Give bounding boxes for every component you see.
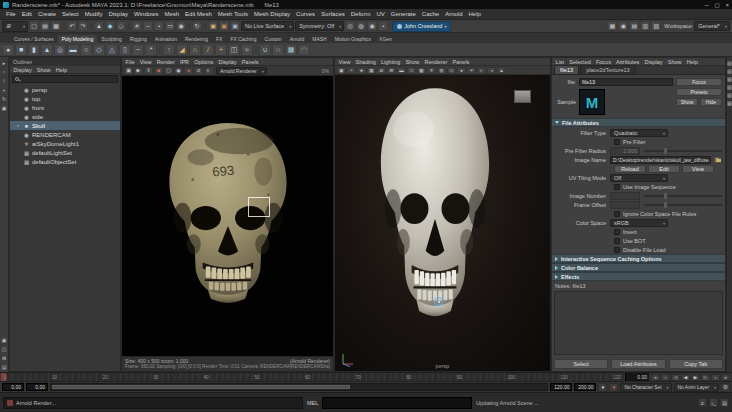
target-weld-icon[interactable]: + bbox=[215, 44, 227, 56]
go-to-start-button[interactable]: « bbox=[651, 374, 660, 381]
frame-offset-slider[interactable] bbox=[644, 204, 722, 206]
image-number-field[interactable] bbox=[610, 192, 640, 200]
camera-based-selection-icon[interactable]: ◉ bbox=[367, 21, 377, 31]
separator[interactable]: | bbox=[89, 21, 93, 31]
shelf-tab[interactable]: Rigging bbox=[126, 35, 151, 43]
pause-ipr-icon[interactable]: ‖ bbox=[144, 67, 153, 75]
render-settings-icon[interactable]: ▣ bbox=[230, 21, 240, 31]
image-number-slider[interactable] bbox=[644, 195, 722, 197]
select-object-mode-icon[interactable]: ◆ bbox=[105, 21, 115, 31]
region-render-icon[interactable]: ▢ bbox=[164, 67, 173, 75]
gate-mask-icon[interactable]: ▩ bbox=[417, 67, 426, 74]
ignore-color-space-rules-checkbox[interactable] bbox=[614, 211, 620, 217]
browse-folder-icon[interactable] bbox=[713, 156, 722, 164]
menu-item[interactable]: Curves bbox=[293, 11, 318, 17]
make-live-icon[interactable]: ◉ bbox=[176, 21, 186, 31]
outliner-item[interactable]: ☀ aiSkyDomeLight1 bbox=[10, 139, 120, 148]
render-view-menu-item[interactable]: Panels bbox=[239, 59, 261, 65]
outliner-menu-item[interactable]: Help bbox=[53, 67, 70, 73]
view-button[interactable]: View bbox=[682, 165, 714, 173]
range-slider-bar[interactable] bbox=[52, 385, 350, 389]
viewport-menu-item[interactable]: View bbox=[336, 59, 353, 65]
rotate-tool-icon[interactable]: ↻ bbox=[1, 95, 8, 102]
node-tab[interactable]: place2dTexture13 bbox=[580, 65, 635, 74]
character-controls-toggle-icon[interactable]: ◉ bbox=[618, 21, 628, 31]
invert-checkbox[interactable] bbox=[614, 229, 620, 235]
poly-plane-icon[interactable]: ▬ bbox=[67, 44, 79, 56]
expand-arrow-icon[interactable]: ▸ bbox=[16, 123, 21, 128]
output-window-icon[interactable]: ▤ bbox=[720, 398, 729, 407]
shelf-tab[interactable]: FX Caching bbox=[226, 35, 260, 43]
playback-end-field[interactable]: 120.00 bbox=[550, 383, 572, 391]
render-view-menu-item[interactable]: Display bbox=[216, 59, 239, 65]
ipr-redraw-icon[interactable]: ▶ bbox=[134, 67, 143, 75]
scale-tool-icon[interactable]: ▣ bbox=[1, 104, 8, 111]
attribute-editor-menu-item[interactable]: Show bbox=[665, 59, 684, 65]
animation-start-field[interactable]: 0.00 bbox=[2, 383, 24, 391]
menu-item[interactable]: Select bbox=[59, 11, 82, 17]
separator[interactable]: | bbox=[158, 44, 162, 56]
two-d-pan-zoom-icon[interactable]: ⇄ bbox=[377, 67, 386, 74]
menu-item[interactable]: UV bbox=[373, 11, 387, 17]
anti-aliasing-toggle-icon[interactable]: ▲ bbox=[497, 67, 506, 74]
separator[interactable]: | bbox=[187, 21, 191, 31]
shelf-tab[interactable]: Sculpting bbox=[97, 35, 126, 43]
menu-item[interactable]: Display bbox=[105, 11, 131, 17]
two-pane-layout-icon[interactable]: ◫ bbox=[1, 345, 8, 352]
edit-button[interactable]: Edit bbox=[648, 165, 680, 173]
bridge-icon[interactable]: ∩ bbox=[189, 44, 201, 56]
timeline-scrubber[interactable]: 0102030405060708090100110120 bbox=[0, 373, 625, 381]
wireframe-on-shaded-icon[interactable]: ◇ bbox=[447, 67, 456, 74]
camera-lock-icon[interactable]: • bbox=[347, 67, 356, 74]
account-button[interactable]: John Crossland ▾ bbox=[392, 21, 451, 32]
sculpt-brush-icon[interactable]: ◠ bbox=[298, 44, 310, 56]
step-forward-frame-button[interactable]: › bbox=[711, 374, 720, 381]
separator[interactable]: | bbox=[254, 44, 258, 56]
undo-icon[interactable]: ↶ bbox=[67, 21, 77, 31]
workspace-selector[interactable]: General* bbox=[694, 21, 730, 31]
outliner-item[interactable]: ▦ defaultObjectSet bbox=[10, 157, 120, 166]
menu-item[interactable]: Edit bbox=[19, 11, 35, 17]
attribute-editor-menu-item[interactable]: Help bbox=[684, 59, 701, 65]
snapshot-icon[interactable]: ◉ bbox=[174, 67, 183, 75]
filter-type-dropdown[interactable]: Quadratic bbox=[610, 129, 668, 137]
render-view-menu-item[interactable]: View bbox=[137, 59, 154, 65]
ssao-toggle-icon[interactable]: ◑ bbox=[487, 67, 496, 74]
shadows-toggle-icon[interactable]: ◐ bbox=[477, 67, 486, 74]
pre-filter-radius-field[interactable]: 2.000 bbox=[610, 147, 640, 155]
render-canvas[interactable]: 693 bbox=[122, 76, 333, 356]
xray-icon[interactable]: ◍ bbox=[437, 67, 446, 74]
separator[interactable]: | bbox=[127, 21, 131, 31]
lasso-tool-icon[interactable]: ○ bbox=[1, 68, 8, 75]
attribute-editor-toggle-icon[interactable]: ▥ bbox=[640, 21, 650, 31]
collapsed-section-header[interactable]: Interactive Sequence Caching Options bbox=[552, 254, 725, 263]
film-gate-icon[interactable]: ▬ bbox=[397, 67, 406, 74]
minimize-button[interactable]: ─ bbox=[705, 2, 709, 8]
poly-helix-icon[interactable]: ~ bbox=[132, 44, 144, 56]
poly-pipe-icon[interactable]: ▯ bbox=[119, 44, 131, 56]
paint-select-tool-icon[interactable]: / bbox=[1, 77, 8, 84]
outliner-item[interactable]: ▦ defaultLightSet bbox=[10, 148, 120, 157]
outliner-item[interactable]: ◉ top bbox=[10, 94, 120, 103]
close-button[interactable]: × bbox=[726, 2, 729, 8]
current-frame-marker[interactable] bbox=[1, 373, 6, 381]
skull-model[interactable] bbox=[365, 83, 505, 329]
maximize-button[interactable]: ▢ bbox=[715, 2, 720, 8]
shelf-tab[interactable]: Curves / Surfaces bbox=[10, 35, 58, 43]
outliner-menu-item[interactable]: Display bbox=[11, 67, 34, 73]
menu-item[interactable]: Modify bbox=[82, 11, 106, 17]
animation-end-field[interactable]: 200.00 bbox=[574, 383, 596, 391]
tool-settings-toggle-icon[interactable]: ▧ bbox=[651, 21, 661, 31]
load-attributes-button[interactable]: Load Attributes bbox=[611, 359, 665, 369]
collapsed-section-header[interactable]: Color Balance bbox=[552, 263, 725, 272]
color-space-dropdown[interactable]: sRGB bbox=[610, 219, 668, 227]
viewport-menu-item[interactable]: Panels bbox=[450, 59, 472, 65]
outliner-item[interactable]: ▸ ■ Skull bbox=[10, 121, 120, 130]
snap-magnet-icon[interactable]: • bbox=[378, 21, 388, 31]
render-region-box[interactable] bbox=[248, 197, 270, 217]
camera-select-icon[interactable]: ▣ bbox=[337, 67, 346, 74]
attribute-editor-menu-item[interactable]: Attributes bbox=[614, 59, 642, 65]
viewport-menu-item[interactable]: Show bbox=[403, 59, 422, 65]
select-component-mode-icon[interactable]: ◇ bbox=[116, 21, 126, 31]
shelf-tab[interactable]: FX bbox=[212, 35, 226, 43]
